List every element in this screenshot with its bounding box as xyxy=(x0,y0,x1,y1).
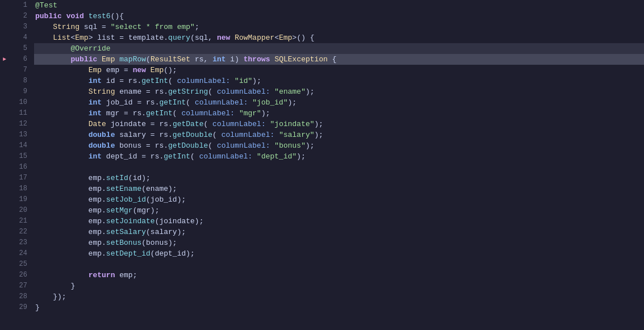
line-number: 25 xyxy=(16,259,27,270)
line-number: 24 xyxy=(16,248,27,259)
line-number: 23 xyxy=(16,237,27,248)
arrow-cell xyxy=(0,302,9,313)
arrow-cell xyxy=(0,140,9,151)
line-number: 5 xyxy=(16,43,27,54)
arrow-cell xyxy=(0,183,9,194)
code-line: } xyxy=(34,302,644,313)
code-line: @Override xyxy=(34,43,644,54)
arrow-cell xyxy=(0,130,9,140)
arrow-cell xyxy=(0,205,9,216)
line-number: 21 xyxy=(16,216,27,227)
code-line: Date joindate = rs.getDate( columnLabel:… xyxy=(34,119,644,130)
arrow-cell xyxy=(0,108,9,119)
code-line: String sql = "select * from emp"; xyxy=(34,22,644,32)
line-number: 29 xyxy=(16,302,27,313)
code-line: emp.setEname(ename); xyxy=(34,183,644,194)
arrow-cell xyxy=(0,194,9,205)
line-number: 27 xyxy=(16,281,27,291)
code-line: emp.setId(id); xyxy=(34,173,644,183)
arrow-cell: ► xyxy=(0,54,9,65)
code-line: double bonus = rs.getDouble( columnLabel… xyxy=(34,140,644,151)
line-number: 9 xyxy=(16,86,27,97)
arrow-cell xyxy=(0,43,9,54)
code-line: emp.setDept_id(dept_id); xyxy=(34,248,644,259)
code-line xyxy=(34,259,644,270)
code-line: int job_id = rs.getInt( columnLabel: "jo… xyxy=(34,97,644,108)
code-line: emp.setBonus(bonus); xyxy=(34,237,644,248)
code-line: public void test6(){ xyxy=(34,11,644,22)
arrow-cell xyxy=(0,0,9,11)
arrow-cell xyxy=(0,162,9,173)
code-line: emp.setSalary(salary); xyxy=(34,227,644,237)
code-line: int mgr = rs.getInt( columnLabel: "mgr")… xyxy=(34,108,644,119)
line-number: 19 xyxy=(16,194,27,205)
arrow-cell xyxy=(0,248,9,259)
line-number: 8 xyxy=(16,76,27,86)
arrow-cell xyxy=(0,151,9,162)
line-number: 28 xyxy=(16,291,27,302)
arrow-cell xyxy=(0,281,9,291)
arrow-cell xyxy=(0,22,9,32)
line-number: 2 xyxy=(16,11,27,22)
arrow-gutter: ► xyxy=(0,0,9,330)
code-line: Emp emp = new Emp(); xyxy=(34,65,644,76)
line-number: 4 xyxy=(16,32,27,43)
arrow-cell xyxy=(0,97,9,108)
line-number: 22 xyxy=(16,227,27,237)
code-line xyxy=(34,162,644,173)
code-line: String ename = rs.getString( columnLabel… xyxy=(34,86,644,97)
line-number: 20 xyxy=(16,205,27,216)
arrow-cell xyxy=(0,65,9,76)
code-line: int dept_id = rs.getInt( columnLabel: "d… xyxy=(34,151,644,162)
code-line: int id = rs.getInt( columnLabel: "id"); xyxy=(34,76,644,86)
line-number: 15 xyxy=(16,151,27,162)
line-number: 17 xyxy=(16,173,27,183)
line-number-gutter: 1234567891011121314151617181920212223242… xyxy=(9,0,32,330)
arrow-cell xyxy=(0,32,9,43)
line-number: 12 xyxy=(16,119,27,130)
arrow-cell xyxy=(0,11,9,22)
code-line: } xyxy=(34,281,644,291)
code-line: emp.setJoindate(joindate); xyxy=(34,216,644,227)
code-line: List<Emp> list = template.query(sql, new… xyxy=(34,32,644,43)
line-number: 16 xyxy=(16,162,27,173)
code-line: double salary = rs.getDouble( columnLabe… xyxy=(34,130,644,140)
code-line: public Emp mapRow(ResultSet rs, int i) t… xyxy=(34,54,644,65)
code-line: emp.setMgr(mgr); xyxy=(34,205,644,216)
code-line: @Test xyxy=(34,0,644,11)
line-number: 3 xyxy=(16,22,27,32)
arrow-cell xyxy=(0,291,9,302)
line-number: 26 xyxy=(16,270,27,281)
arrow-cell xyxy=(0,259,9,270)
arrow-cell xyxy=(0,119,9,130)
arrow-cell xyxy=(0,216,9,227)
arrow-cell xyxy=(0,86,9,97)
arrow-cell xyxy=(0,270,9,281)
line-number: 7 xyxy=(16,65,27,76)
line-number: 14 xyxy=(16,140,27,151)
line-number: 11 xyxy=(16,108,27,119)
code-editor: ► 12345678910111213141516171819202122232… xyxy=(0,0,644,330)
line-number: 10 xyxy=(16,97,27,108)
arrow-cell xyxy=(0,237,9,248)
code-line: emp.setJob_id(job_id); xyxy=(34,194,644,205)
arrow-cell xyxy=(0,173,9,183)
arrow-cell xyxy=(0,227,9,237)
arrow-cell xyxy=(0,76,9,86)
code-content: @Testpublic void test6(){ String sql = "… xyxy=(32,0,644,330)
line-number: 1 xyxy=(16,0,27,11)
code-line: return emp; xyxy=(34,270,644,281)
code-line: }); xyxy=(34,291,644,302)
line-number: 13 xyxy=(16,130,27,140)
line-number: 18 xyxy=(16,183,27,194)
line-number: 6 xyxy=(16,54,27,65)
